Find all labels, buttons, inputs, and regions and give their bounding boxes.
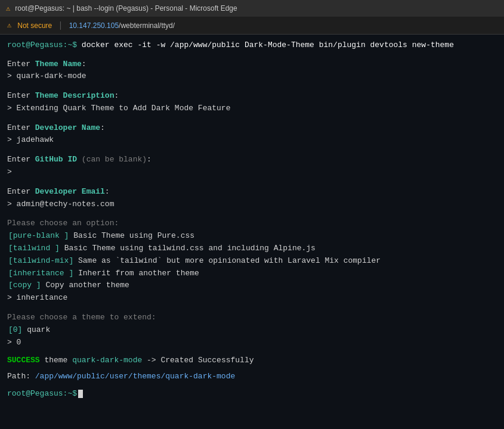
- github-optional: (can be blank): [77, 155, 147, 164]
- theme-input: > 0: [7, 337, 497, 349]
- command: docker exec -it -w /app/www/public Dark-…: [77, 41, 454, 49]
- address-warning-icon: ⚠: [7, 21, 11, 30]
- option-copy: [copy ] Copy another theme: [7, 279, 497, 292]
- theme-desc-label-line: Enter Theme Description:: [7, 90, 497, 102]
- option-key-tailwind: [tailwind ]: [8, 244, 60, 253]
- theme-option-quark: [0] quark: [7, 324, 497, 337]
- option-tailwind: [tailwind ] Basic Theme using tailwind.c…: [7, 243, 497, 255]
- theme-name-colon: :: [82, 60, 86, 69]
- command-line: root@Pegasus:~$ docker exec -it -w /app/…: [7, 39, 497, 51]
- path-section: Path: /app/www/public/user/themes/quark-…: [7, 372, 497, 381]
- github-label-line: Enter GitHub ID (can be blank):: [7, 154, 497, 166]
- success-msg: Created Successfully: [160, 356, 253, 365]
- dev-name-input: > jadehawk: [7, 134, 497, 147]
- email-section: Enter Developer Email: > admin@techy-not…: [7, 186, 497, 211]
- address-bar: ⚠ Not secure | 10.147.250.105/webtermina…: [0, 17, 504, 35]
- dev-name-label-line: Enter Developer Name:: [7, 122, 497, 135]
- success-label: SUCCESS: [7, 356, 40, 365]
- email-bold: Developer Email: [35, 187, 105, 196]
- options-section: Please choose an option: [pure-blank ] B…: [7, 217, 497, 304]
- theme-index-0: [0]: [8, 325, 22, 334]
- option-key-pure-blank: [pure-blank ]: [8, 231, 69, 240]
- theme-name-input: > quark-dark-mode: [7, 70, 497, 83]
- theme-name-label-line: Enter Theme Name:: [7, 58, 497, 71]
- option-key-inheritance: [inheritance ]: [8, 269, 73, 278]
- title-bar-text: root@Pegasus: ~ | bash --login (Pegasus)…: [15, 4, 237, 13]
- warning-icon: ⚠: [6, 4, 10, 13]
- github-bold: GitHub ID: [35, 155, 77, 164]
- theme-name-bold: Theme Name: [35, 60, 82, 69]
- path-line: Path: /app/www/public/user/themes/quark-…: [7, 372, 497, 381]
- success-text-pre: theme: [40, 356, 73, 365]
- path-label: Path:: [7, 372, 35, 381]
- final-prompt-section: root@Pegasus:~$: [7, 388, 497, 400]
- theme-name-section: Enter Theme Name: > quark-dark-mode: [7, 58, 497, 83]
- theme-name-pre: Enter: [7, 60, 35, 69]
- success-theme-name: quark-dark-mode: [72, 356, 142, 365]
- option-pure-blank: [pure-blank ] Basic Theme using Pure.css: [7, 230, 497, 243]
- github-section: Enter GitHub ID (can be blank): >: [7, 154, 497, 179]
- success-line: SUCCESS theme quark-dark-mode -> Created…: [7, 356, 497, 365]
- success-arrow: ->: [142, 356, 160, 365]
- title-bar: ⚠ root@Pegasus: ~ | bash --login (Pegasu…: [0, 0, 504, 17]
- dev-name-section: Enter Developer Name: > jadehawk: [7, 122, 497, 147]
- choose-theme-section: Please choose a theme to extend: [0] qua…: [7, 312, 497, 349]
- url-path: /webterminal/ttyd/: [119, 21, 175, 30]
- theme-desc-section: Enter Theme Description: > Extending Qua…: [7, 90, 497, 115]
- not-secure-label: Not secure: [17, 21, 52, 30]
- success-section: SUCCESS theme quark-dark-mode -> Created…: [7, 356, 497, 365]
- prompt2: root@Pegasus:~$: [7, 389, 77, 398]
- theme-desc-bold: Theme Description: [35, 91, 115, 100]
- email-label-line: Enter Developer Email:: [7, 186, 497, 198]
- final-prompt-line: root@Pegasus:~$: [7, 388, 497, 400]
- path-value: /app/www/public/user/themes/quark-dark-m…: [35, 372, 235, 381]
- cursor: [78, 390, 83, 398]
- terminal: root@Pegasus:~$ docker exec -it -w /app/…: [0, 35, 504, 429]
- choose-option-label: Please choose an option:: [7, 217, 497, 230]
- option-inheritance: [inheritance ] Inherit from another them…: [7, 268, 497, 280]
- ip-address: 10.147.250.105: [69, 21, 119, 30]
- choose-theme-label: Please choose a theme to extend:: [7, 312, 497, 324]
- dev-name-bold: Developer Name: [35, 123, 100, 132]
- option-input: > inheritance: [7, 292, 497, 304]
- prompt1: root@Pegasus:~$: [7, 41, 77, 49]
- address-separator: |: [58, 21, 63, 30]
- option-key-copy: [copy ]: [8, 281, 41, 290]
- option-key-tailwind-mix: [tailwind-mix]: [8, 256, 73, 265]
- theme-desc-input: > Extending Quark Theme to Add Dark Mode…: [7, 102, 497, 115]
- option-tailwind-mix: [tailwind-mix] Same as `tailwind` but mo…: [7, 255, 497, 268]
- email-input: > admin@techy-notes.com: [7, 198, 497, 211]
- url-display: 10.147.250.105/webterminal/ttyd/: [69, 21, 175, 30]
- github-input: >: [7, 166, 497, 179]
